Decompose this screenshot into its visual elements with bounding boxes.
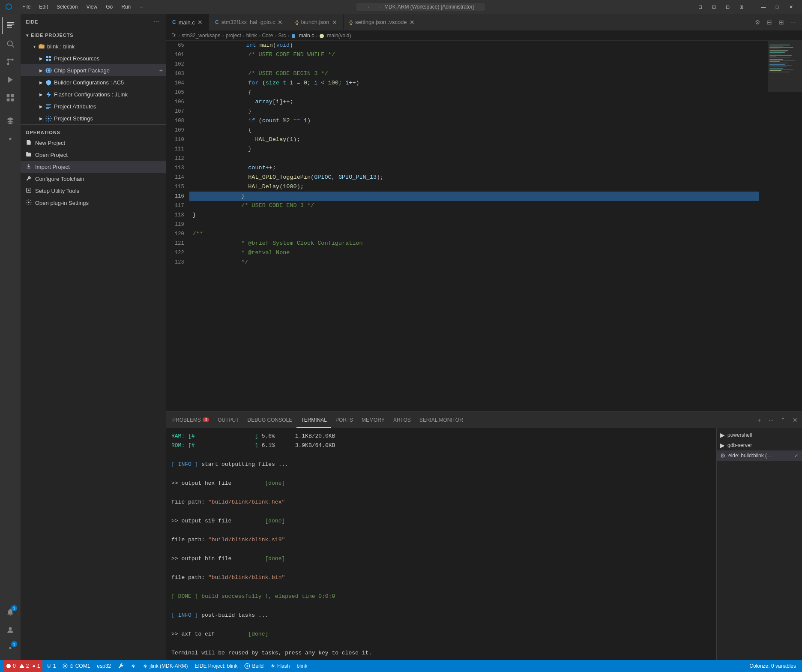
terminal-close-btn[interactable]: ✕ xyxy=(790,415,800,425)
blink-project-label: blink : blink xyxy=(47,43,163,50)
op-new-project[interactable]: New Project xyxy=(21,137,166,149)
activity-source-control[interactable] xyxy=(2,53,19,70)
op-open-project[interactable]: Open Project xyxy=(21,149,166,161)
terminal-more-btn[interactable]: ··· xyxy=(766,415,776,425)
breadcrumb-main-void[interactable]: main(void) xyxy=(319,33,351,39)
status-jlink[interactable]: jlink (MDK-ARM) xyxy=(140,660,190,672)
activity-account[interactable] xyxy=(2,621,19,639)
terminal-line-binpath: file path: "build/blink/blink.bin" xyxy=(171,573,711,582)
nav-fwd[interactable]: → xyxy=(376,4,381,10)
menu-edit[interactable]: Edit xyxy=(36,3,51,11)
status-flash-btn[interactable]: Flash xyxy=(268,660,292,672)
shell-powershell[interactable]: ▶ powershell xyxy=(717,430,802,440)
status-blink[interactable]: blink xyxy=(294,660,310,672)
status-flash-icon[interactable] xyxy=(128,660,138,672)
svg-point-45 xyxy=(64,665,66,667)
terminal-tab-memory[interactable]: MEMORY xyxy=(357,412,389,428)
status-errors[interactable]: 0 2 ● 1 xyxy=(3,660,42,672)
nav-back[interactable]: ← xyxy=(367,4,372,10)
terminal-line-s19path: file path: "build/blink/blink.s19" xyxy=(171,535,711,545)
tab-main-c[interactable]: C main.c ✕ xyxy=(166,14,209,30)
sidebar-item-chip-support-package[interactable]: ▶ Chip Support Package + xyxy=(21,64,166,76)
ln-112: 112 xyxy=(175,154,184,163)
terminal-tab-ports[interactable]: PORTS xyxy=(331,412,357,428)
tabs-split-btn[interactable]: ⊟ xyxy=(764,17,775,27)
tabs-more-btn[interactable]: ··· xyxy=(788,17,799,27)
tabs-settings-btn[interactable]: ⚙ xyxy=(752,17,763,27)
terminal-tab-output[interactable]: OUTPUT xyxy=(213,412,243,428)
code-line-114: HAL_GPIO_TogglePin(GPIOC, GPIO_PIN_13); xyxy=(189,173,759,182)
op-import-project[interactable]: Import Project xyxy=(21,161,166,173)
status-info-item[interactable]: ① 1 xyxy=(44,660,58,672)
terminal-tab-problems[interactable]: PROBLEMS 3 xyxy=(168,412,213,428)
breadcrumb-project[interactable]: project xyxy=(226,33,241,39)
esp32-label: esp32 xyxy=(97,663,111,669)
sidebar-item-project-attributes[interactable]: ▶ Project Attributes xyxy=(21,100,166,112)
activity-run-debug[interactable] xyxy=(2,71,19,88)
status-com1[interactable]: ⊙ COM1 xyxy=(60,660,93,672)
layout-btn-2[interactable]: ⊞ xyxy=(708,3,720,11)
sidebar-item-project-resources[interactable]: ▶ Project Resources xyxy=(21,52,166,64)
breadcrumb-core[interactable]: Core xyxy=(262,33,273,39)
menu-file[interactable]: File xyxy=(19,3,34,11)
activity-embedded[interactable] xyxy=(2,112,19,129)
op-setup-utility-tools[interactable]: Setup Utility Tools xyxy=(21,185,166,197)
tab-main-c-close[interactable]: ✕ xyxy=(198,19,203,26)
code-editor[interactable]: 65 101 102 103 104 105 106 107 108 109 1… xyxy=(166,41,802,411)
activity-explorer[interactable] xyxy=(2,17,19,34)
tabs-layout-btn[interactable]: ⊞ xyxy=(776,17,787,27)
win-close-btn[interactable]: ✕ xyxy=(785,3,797,11)
terminal-output[interactable]: RAM: [# ] 5.6% 1.1KB/20.0KB ROM: [# ] 6.… xyxy=(166,428,716,660)
menu-selection[interactable]: Selection xyxy=(53,3,81,11)
terminal-tab-terminal[interactable]: TERMINAL xyxy=(296,412,331,428)
activity-settings-side[interactable] xyxy=(2,130,19,147)
breadcrumb-blink[interactable]: blink xyxy=(246,33,257,39)
sidebar-item-flasher-configs[interactable]: ▶ Flasher Configurations : JLink xyxy=(21,88,166,100)
code-lines[interactable]: int main(void) /* USER CODE END WHILE */… xyxy=(189,41,768,411)
status-build-btn[interactable]: Build xyxy=(242,660,266,672)
tab-stm32-hal[interactable]: C stm32f1xx_hal_gpio.c ✕ xyxy=(209,14,289,30)
eide-projects-header[interactable]: ▾ EIDE PROJECTS xyxy=(21,30,166,40)
op-open-plugin-settings[interactable]: Open plug-in Settings xyxy=(21,197,166,209)
activity-manage[interactable]: 1 xyxy=(2,639,19,657)
sidebar-more-actions[interactable]: ··· xyxy=(152,17,161,27)
breadcrumb-d[interactable]: D: xyxy=(171,33,177,39)
tab-stm32-close[interactable]: ✕ xyxy=(278,19,283,26)
op-configure-toolchain[interactable]: Configure Toolchain xyxy=(21,173,166,185)
breadcrumb-mainc[interactable]: main.c xyxy=(291,33,314,39)
shell-gdb-server[interactable]: ▶ gdb-server xyxy=(717,440,802,450)
layout-btn-1[interactable]: ⊟ xyxy=(694,3,706,11)
activity-notifications[interactable]: 1 xyxy=(2,603,19,621)
menu-view[interactable]: View xyxy=(83,3,101,11)
terminal-collapse-btn[interactable]: ⌃ xyxy=(778,415,788,425)
tab-launch-close[interactable]: ✕ xyxy=(332,19,337,26)
layout-btn-3[interactable]: ⊟ xyxy=(721,3,733,11)
status-colorize[interactable]: Colorize: 0 variables xyxy=(747,660,799,672)
tab-settings-close[interactable]: ✕ xyxy=(410,19,415,26)
eide-project-label: EIDE Project: blink xyxy=(195,663,237,669)
activity-extensions[interactable] xyxy=(2,89,19,106)
terminal-tab-debug-console[interactable]: DEBUG CONSOLE xyxy=(243,412,297,428)
tab-settings-json[interactable]: {} settings.json .vscode ✕ xyxy=(344,14,421,30)
shell-eide-build[interactable]: ⚙ eide: build:blink (… ✓ xyxy=(717,450,802,461)
breadcrumb-workspace[interactable]: stm32_worksape xyxy=(182,33,221,39)
layout-btn-4[interactable]: ⊞ xyxy=(735,3,747,11)
chip-support-add-btn[interactable]: + xyxy=(159,67,163,74)
tab-launch-json[interactable]: {} launch.json ✕ xyxy=(289,14,343,30)
status-esp32[interactable]: esp32 xyxy=(94,660,114,672)
blink-project[interactable]: ▾ blink : blink xyxy=(21,40,166,52)
terminal-add-btn[interactable]: + xyxy=(754,415,764,425)
status-eide-project[interactable]: EIDE Project: blink xyxy=(192,660,240,672)
menu-run[interactable]: Run xyxy=(118,3,134,11)
menu-go[interactable]: Go xyxy=(102,3,116,11)
win-maximize-btn[interactable]: □ xyxy=(771,3,783,11)
menu-more[interactable]: ··· xyxy=(136,3,147,11)
status-build-icon[interactable] xyxy=(115,660,126,672)
sidebar-item-project-settings[interactable]: ▶ Project Settings xyxy=(21,112,166,124)
sidebar-item-builder-configs[interactable]: ▶ Builder Configurations : AC5 xyxy=(21,76,166,88)
breadcrumb-src[interactable]: Src xyxy=(278,33,286,39)
win-minimize-btn[interactable]: — xyxy=(757,3,769,11)
terminal-tab-serial-monitor[interactable]: SERIAL MONITOR xyxy=(415,412,467,428)
terminal-tab-xrtos[interactable]: XRTOS xyxy=(389,412,415,428)
activity-search[interactable] xyxy=(2,35,19,52)
